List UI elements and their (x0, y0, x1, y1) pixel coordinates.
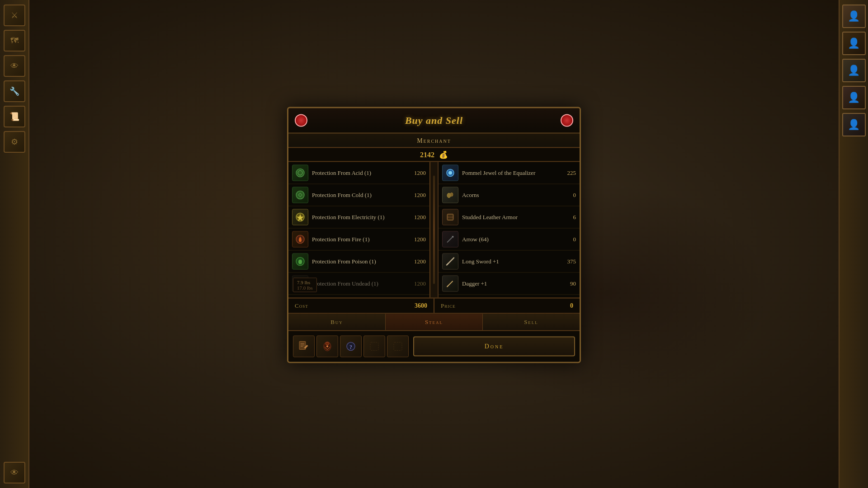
sidebar-btn-5[interactable]: 📜 (4, 106, 25, 127)
price-section: Price 0 (434, 299, 580, 313)
item-columns: Protection From Acid (1) 1200 Protection… (288, 162, 580, 298)
gold-icon: 💰 (439, 150, 448, 159)
buy-item-1-name: Protection From Acid (1) (312, 169, 404, 177)
left-gem (295, 114, 307, 127)
gold-bar: 2142 💰 (288, 148, 580, 162)
title-bar: Buy and Sell (288, 108, 580, 134)
buy-item-4-name: Protection From Fire (1) (312, 236, 404, 243)
svg-text:?: ? (349, 344, 352, 350)
scroll-divider (430, 162, 439, 298)
sell-item-6-price: 90 (558, 280, 576, 287)
buy-item-3-icon (292, 209, 308, 225)
sidebar-btn-2[interactable]: 🗺 (4, 30, 25, 52)
sell-item-6-name: Dagger +1 (462, 280, 554, 287)
buy-item-3[interactable]: Protection From Electricity (1) 1200 (288, 206, 429, 229)
sell-item-5-price: 375 (558, 258, 576, 265)
sell-item-2-name: Acorns (462, 192, 554, 199)
cost-value: 3600 (415, 302, 427, 310)
inv-slot-4[interactable] (363, 336, 385, 357)
svg-point-26 (326, 346, 328, 347)
svg-rect-29 (370, 343, 378, 351)
right-gem (561, 114, 573, 127)
cost-weight-section: 7.9 lbs 17.0 lbs Cost 3600 Price 0 (288, 298, 580, 314)
inv-slot-1[interactable] (293, 336, 315, 357)
sell-item-5[interactable]: Long Sword +1 375 (439, 251, 580, 273)
svg-point-8 (448, 171, 452, 175)
svg-point-2 (296, 191, 304, 199)
done-button[interactable]: Done (413, 337, 575, 357)
sell-item-3-name: Studded Leather Armor (462, 214, 554, 221)
svg-point-25 (326, 343, 329, 345)
sell-item-2-price: 0 (558, 192, 576, 199)
buy-item-5-name: Protection From Poison (1) (312, 258, 404, 265)
sell-item-4-price: 0 (558, 236, 576, 243)
buy-item-1-price: 1200 (408, 169, 426, 177)
sell-item-6[interactable]: Dagger +1 90 (439, 273, 580, 295)
portrait-2[interactable]: 👤 (842, 32, 866, 55)
sell-item-3[interactable]: Studded Leather Armor 6 (439, 206, 580, 229)
sell-item-1[interactable]: Pommel Jewel of the Equalizer 225 (439, 162, 580, 184)
sell-item-4-icon (442, 231, 458, 248)
inv-slot-3[interactable]: ? (340, 336, 362, 357)
sell-button[interactable]: Sell (483, 314, 580, 330)
buy-item-1-icon (292, 165, 308, 181)
buy-item-4-price: 1200 (408, 236, 426, 243)
buy-item-1[interactable]: Protection From Acid (1) 1200 (288, 162, 429, 184)
buy-item-4-icon (292, 231, 308, 248)
sell-item-3-price: 6 (558, 214, 576, 221)
buy-list[interactable]: Protection From Acid (1) 1200 Protection… (288, 162, 430, 298)
inv-slot-5[interactable] (387, 336, 409, 357)
svg-point-0 (296, 169, 304, 177)
buy-button[interactable]: Buy (288, 314, 386, 330)
sell-item-6-icon (442, 276, 458, 292)
sidebar-btn-6[interactable]: ⚙ (4, 131, 25, 153)
portrait-5[interactable]: 👤 (842, 113, 866, 136)
buy-item-3-name: Protection From Electricity (1) (312, 214, 404, 221)
sell-item-1-name: Pommel Jewel of the Equalizer (462, 169, 554, 177)
capacity-weight: 17.0 lbs (297, 285, 313, 291)
left-sidebar: ⚔ 🗺 👁 🔧 📜 ⚙ 👁 (0, 0, 29, 488)
sell-item-3-icon (442, 209, 458, 225)
bottom-bar: ? Done (288, 331, 580, 362)
buy-item-2-price: 1200 (408, 192, 426, 199)
buy-item-5[interactable]: Protection From Poison (1) 1200 (288, 251, 429, 273)
sell-item-5-icon (442, 253, 458, 270)
buy-sell-dialog: Buy and Sell Merchant 2142 💰 Protection … (287, 107, 581, 363)
buy-item-2-icon (292, 187, 308, 203)
merchant-label: Merchant (417, 137, 451, 144)
portrait-1[interactable]: 👤 (842, 5, 866, 28)
svg-rect-30 (394, 343, 402, 351)
svg-point-10 (450, 193, 453, 197)
sell-item-2[interactable]: Acorns 0 (439, 184, 580, 206)
buy-item-2[interactable]: Protection From Cold (1) 1200 (288, 184, 429, 206)
inv-slot-2[interactable] (316, 336, 338, 357)
gold-amount: 2142 (420, 150, 434, 159)
sidebar-btn-1[interactable]: ⚔ (4, 5, 25, 26)
cost-section: Cost 3600 (288, 299, 434, 313)
dialog-title: Buy and Sell (405, 115, 463, 126)
buy-item-6-name: Protection From Undead (1) (312, 280, 404, 287)
sidebar-btn-bottom[interactable]: 👁 (4, 462, 25, 483)
steal-button[interactable]: Steal (386, 314, 483, 330)
buy-item-4[interactable]: Protection From Fire (1) 1200 (288, 229, 429, 251)
sell-item-2-icon (442, 187, 458, 203)
svg-line-14 (447, 236, 453, 243)
price-value: 0 (570, 302, 573, 310)
buy-item-3-price: 1200 (408, 214, 426, 221)
svg-line-19 (447, 286, 448, 287)
svg-line-17 (447, 263, 448, 265)
cost-bar: 7.9 lbs 17.0 lbs Cost 3600 Price 0 (288, 298, 580, 314)
buy-item-5-icon (292, 253, 308, 270)
sell-item-4-name: Arrow (64) (462, 236, 554, 243)
sell-item-1-icon (442, 165, 458, 181)
portrait-3[interactable]: 👤 (842, 59, 866, 82)
sell-list[interactable]: Pommel Jewel of the Equalizer 225 Acorns… (439, 162, 580, 298)
sell-item-1-price: 225 (558, 169, 576, 177)
sidebar-btn-3[interactable]: 👁 (4, 55, 25, 77)
sell-item-4[interactable]: Arrow (64) 0 (439, 229, 580, 251)
portrait-4[interactable]: 👤 (842, 86, 866, 109)
sidebar-btn-4[interactable]: 🔧 (4, 80, 25, 102)
buy-item-5-price: 1200 (408, 258, 426, 265)
right-sidebar: 👤 👤 👤 👤 👤 (839, 0, 868, 488)
weight-badge: 7.9 lbs 17.0 lbs (293, 278, 317, 292)
